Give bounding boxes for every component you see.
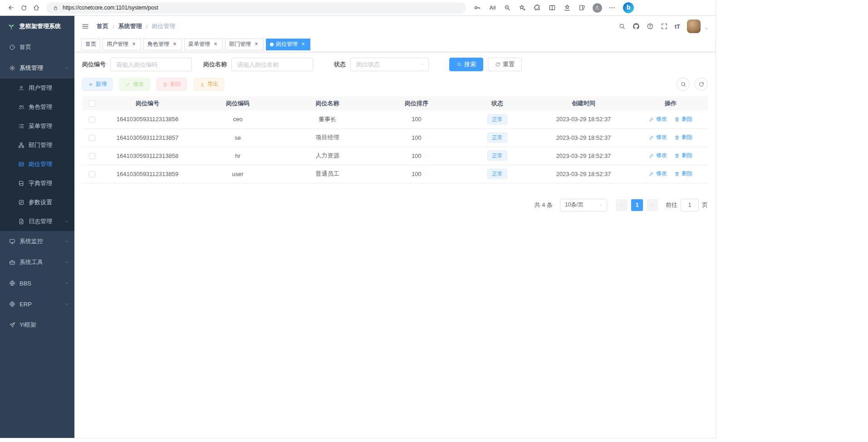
breadcrumb-system-management[interactable]: 系统管理 <box>118 22 142 30</box>
browser-more-menu-button[interactable] <box>605 2 619 14</box>
sidebar-item-log-management[interactable]: 日志管理 <box>0 212 74 231</box>
sidebar-item-label: 字典管理 <box>29 179 52 187</box>
read-aloud-button[interactable] <box>485 2 499 14</box>
breadcrumb-separator: / <box>146 23 148 30</box>
export-button[interactable]: 导出 <box>194 78 224 91</box>
tab-close-icon[interactable]: × <box>172 41 178 48</box>
split-screen-button[interactable] <box>545 2 559 14</box>
favorites-button[interactable] <box>560 2 574 14</box>
browser-back-button[interactable] <box>5 2 17 14</box>
refresh-table-button[interactable] <box>695 78 708 91</box>
row-edit-button[interactable]: 修改 <box>649 133 667 141</box>
sidebar-item-menu-management[interactable]: 菜单管理 <box>0 117 74 136</box>
status-badge: 正常 <box>487 151 507 161</box>
user-avatar[interactable] <box>687 20 701 33</box>
tab-close-icon[interactable]: × <box>131 41 137 48</box>
sidebar-item-home[interactable]: 首页 <box>0 37 74 58</box>
sidebar-item-department-management[interactable]: 部门管理 <box>0 136 74 155</box>
tab-user-management[interactable]: 用户管理 × <box>103 39 141 50</box>
page-size-select[interactable]: 10条/页 <box>560 199 607 211</box>
browser-home-button[interactable] <box>30 2 43 14</box>
users-icon <box>18 104 25 110</box>
app-logo[interactable]: 意框架管理系统 <box>0 16 74 37</box>
export-button-label: 导出 <box>207 80 218 88</box>
topbar-actions: tT <box>618 20 709 33</box>
next-page-button[interactable] <box>647 199 658 211</box>
tab-home[interactable]: 首页 <box>81 39 100 50</box>
toggle-search-button[interactable] <box>677 78 690 91</box>
edit-icon <box>649 153 654 158</box>
row-edit-button[interactable]: 修改 <box>649 170 667 177</box>
row-checkbox[interactable] <box>89 171 95 177</box>
help-question-icon[interactable] <box>647 23 654 30</box>
sidebar-item-system-tools[interactable]: 系统工具 <box>0 252 74 273</box>
browser-refresh-button[interactable] <box>17 2 30 14</box>
header-search-icon[interactable] <box>618 23 626 30</box>
sidebar-item-system-monitor[interactable]: 系统监控 <box>0 231 74 252</box>
sidebar-item-dictionary-management[interactable]: 字典管理 <box>0 174 74 193</box>
row-delete-button[interactable]: 删除 <box>674 115 692 123</box>
select-all-checkbox[interactable] <box>89 100 95 107</box>
reset-button[interactable]: 重置 <box>488 58 522 71</box>
status-select[interactable]: 岗位状态 <box>350 58 429 71</box>
row-checkbox[interactable] <box>89 117 95 123</box>
post-code-input[interactable] <box>110 58 192 71</box>
breadcrumb-home[interactable]: 首页 <box>97 22 108 30</box>
row-delete-button[interactable]: 删除 <box>674 170 692 177</box>
prev-page-button[interactable] <box>616 199 628 211</box>
collections-button[interactable] <box>575 2 589 14</box>
tab-close-icon[interactable]: × <box>300 41 306 48</box>
tab-menu-management[interactable]: 菜单管理 × <box>184 39 223 50</box>
row-checkbox[interactable] <box>89 153 95 159</box>
tab-close-icon[interactable]: × <box>212 41 219 48</box>
sidebar-item-erp[interactable]: ERP <box>0 294 74 314</box>
zoom-out-icon <box>504 4 511 11</box>
column-actions: 操作 <box>633 96 708 110</box>
zoom-button[interactable] <box>500 2 514 14</box>
extensions-button[interactable] <box>530 2 544 14</box>
sidebar-item-user-management[interactable]: 用户管理 <box>0 79 74 98</box>
row-edit-button[interactable]: 修改 <box>649 115 667 123</box>
github-icon[interactable] <box>633 23 640 30</box>
column-created-time: 创建时间 <box>534 96 633 110</box>
row-delete-button[interactable]: 删除 <box>674 152 692 159</box>
edit-icon <box>649 171 654 177</box>
add-favorite-button[interactable] <box>515 2 529 14</box>
add-button[interactable]: 新增 <box>82 78 113 91</box>
post-code-label: 岗位编号 <box>82 60 106 69</box>
sidebar-item-parameter-settings[interactable]: 参数设置 <box>0 193 74 212</box>
delete-button[interactable]: 删除 <box>157 78 187 91</box>
ellipsis-icon <box>608 4 616 11</box>
avatar-caret-down-icon[interactable] <box>704 26 709 31</box>
post-name-input[interactable] <box>231 58 313 71</box>
browser-profile-button[interactable] <box>590 2 604 14</box>
row-delete-button[interactable]: 删除 <box>674 133 692 141</box>
edit-button[interactable]: 修改 <box>119 78 150 91</box>
favorites-star-icon <box>564 4 571 11</box>
goto-page-input[interactable] <box>681 199 699 211</box>
sidebar-item-system-management[interactable]: 系统管理 <box>0 58 74 79</box>
search-button[interactable]: 搜索 <box>449 58 483 71</box>
font-size-icon[interactable]: tT <box>675 23 680 30</box>
site-security-lock-icon[interactable] <box>53 5 59 11</box>
refresh-icon <box>20 5 27 11</box>
address-bar[interactable]: https://ccnetcore.com:1101/system/post <box>46 2 466 14</box>
fullscreen-icon[interactable] <box>661 23 668 30</box>
breadcrumb: 首页 / 系统管理 / 岗位管理 <box>97 22 175 30</box>
sidebar-item-post-management[interactable]: 岗位管理 <box>0 155 74 174</box>
cell-post-id: 1641030593112313856 <box>102 110 193 128</box>
tab-role-management[interactable]: 角色管理 × <box>143 39 182 50</box>
row-edit-button[interactable]: 修改 <box>649 152 667 159</box>
sidebar-item-role-management[interactable]: 角色管理 <box>0 98 74 117</box>
sidebar-item-label: 系统管理 <box>20 64 43 72</box>
page-number-button[interactable]: 1 <box>631 199 643 211</box>
tab-post-management[interactable]: 岗位管理 × <box>266 39 310 50</box>
row-checkbox[interactable] <box>89 135 95 141</box>
sidebar-toggle-icon[interactable] <box>81 22 89 30</box>
copilot-bing-button[interactable]: b <box>623 2 634 13</box>
sidebar-item-bbs[interactable]: BBS <box>0 273 74 294</box>
password-manager-button[interactable] <box>471 2 484 14</box>
sidebar-item-yi-framework[interactable]: Yi框架 <box>0 314 74 335</box>
tab-department-management[interactable]: 部门管理 × <box>225 39 264 50</box>
tab-close-icon[interactable]: × <box>253 41 260 48</box>
